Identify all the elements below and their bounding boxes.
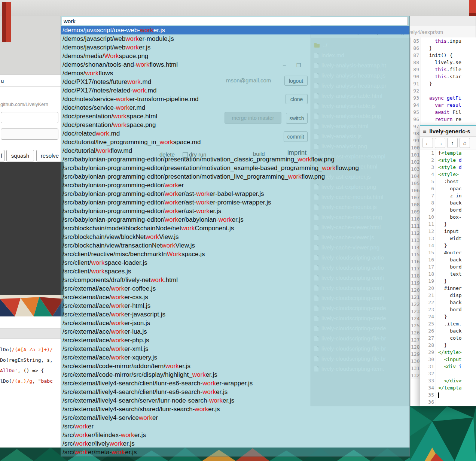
search-result-row[interactable]: /doc/relatedwork.md [61, 129, 409, 138]
line-number: 128 [411, 343, 421, 351]
search-result-row[interactable]: /src/external/ace/worker-lua.js [61, 327, 409, 336]
search-result-row[interactable]: /src/blockchain/view/blockNetworkView.js [61, 233, 409, 241]
search-result-row[interactable]: /src/worker/livelyworker.js [61, 439, 409, 448]
search-result-row[interactable]: /src/external/ace/worker-css.js [61, 293, 409, 301]
resolve-button[interactable]: resolve [36, 150, 63, 161]
search-result-row[interactable]: /src/worker [61, 422, 409, 431]
search-result-row[interactable]: /src/external/lively4-search/client/lunr… [61, 388, 409, 396]
search-result-row[interactable]: /src/external/ace/worker-html.js [61, 301, 409, 310]
search-result-row[interactable]: /src/babylonian-programming-editor/worke… [61, 189, 409, 198]
line-number: 103 [411, 166, 421, 173]
match-highlight: work [140, 27, 153, 34]
line-number: 29 [420, 349, 436, 356]
line-number: 34 [420, 384, 436, 391]
search-result-row[interactable]: /demos/workflows [61, 69, 409, 78]
squash-button[interactable]: squash [6, 150, 34, 161]
search-result-row[interactable]: /doc/notes/service-worker-transform-pipe… [61, 95, 409, 103]
search-result-row[interactable]: /src/worker/meta-worker.js [61, 448, 409, 456]
code-text: input [436, 228, 462, 235]
match-highlight: work [116, 95, 129, 103]
search-result-row[interactable]: /src/babylonian-programming-editor/prese… [61, 172, 409, 181]
code-text: </div> [436, 377, 462, 384]
search-result-row[interactable]: /demos/shonan/tools-and-workflows.html [61, 60, 409, 69]
line-number: 93 [411, 94, 421, 101]
left-input-1[interactable] [1, 112, 58, 123]
line-number: 105 [411, 180, 421, 187]
search-result-row[interactable]: /src/external/ace/worker-xml.js [61, 345, 409, 353]
code-line: 34</templa [420, 384, 476, 391]
search-result-row[interactable]: /src/external/ace/worker-php.js [61, 336, 409, 345]
search-result-row[interactable]: /src/client/workspace-loader.js [61, 258, 409, 267]
triangle-pattern-corner [410, 406, 476, 461]
search-result-row[interactable]: /src/blockchain/model/blockchainNode/net… [61, 224, 409, 233]
search-result-row[interactable]: /src/components/draft/lively-network.htm… [61, 276, 409, 284]
line-number: 112 [411, 230, 421, 237]
editor-code-area[interactable]: 1f<templa2<style d3<style d4<style>5 :ho… [420, 149, 476, 406]
line-number: 131 [411, 365, 421, 372]
menu-icon[interactable]: ≡ [423, 128, 426, 135]
search-result-row[interactable]: /src/babylonian-programming-editor/worke… [61, 198, 409, 207]
search-result-row[interactable]: /src/babylonian-programming-editor/worke… [61, 215, 409, 224]
search-result-row[interactable]: /doc/PX17/notes/related-work.md [61, 86, 409, 95]
search-result-row[interactable]: /demos/javascript/webworker-module.js [61, 34, 409, 43]
match-highlight: work [195, 406, 208, 413]
search-result-row[interactable]: /src/worker/fileindex-worker.js [61, 431, 409, 439]
search-result-row[interactable]: /src/external/lively4-serviceworker [61, 413, 409, 422]
code-text: } [436, 221, 447, 228]
search-result-row[interactable]: /src/external/ace/worker-coffee.js [61, 284, 409, 293]
match-highlight: work [181, 225, 195, 232]
search-result-row[interactable]: /src/babylonian-programming-editor/prese… [61, 164, 409, 172]
search-result-row[interactable]: /doc/presentation/workspace.png [61, 121, 409, 129]
search-result-row[interactable]: /src/external/ace/worker-json.js [61, 319, 409, 327]
line-number: 33 [420, 377, 436, 384]
match-highlight: work [111, 302, 124, 309]
search-result-row[interactable]: /src/babylonian-programming-editor/worke… [61, 181, 409, 189]
clipped-button[interactable]: f [0, 150, 4, 161]
search-result-row[interactable]: /src/babylonian-programming-editor/worke… [61, 207, 409, 215]
back-icon[interactable]: ← [422, 138, 433, 148]
search-result-row[interactable]: /src/external/lively4-search/server/lunr… [61, 396, 409, 405]
forward-icon[interactable]: → [435, 138, 445, 148]
search-result-row[interactable]: /src/external/lively4-search/client/lunr… [61, 379, 409, 388]
search-result-row[interactable]: /demos/media/Workspace.png [61, 52, 409, 60]
code-line: 20 #inner [420, 285, 476, 292]
line-number: 92 [411, 87, 421, 94]
code-text: } [436, 242, 447, 249]
search-result-row[interactable]: /doc/PX17/notes/futurework.md [61, 78, 409, 86]
search-result-row[interactable]: /doc/notes/service-worker.md [61, 103, 409, 112]
search-result-row[interactable]: /src/external/ace/worker-javascript.js [61, 310, 409, 319]
search-result-row[interactable]: /demos/javascript/webworker.js [61, 43, 409, 52]
match-highlight: work [111, 354, 124, 361]
line-number: 5 [420, 178, 436, 185]
search-results-list[interactable]: /demos/javascript/use-web-worker.js/demo… [61, 26, 409, 456]
search-result-row[interactable]: /src/babylonian-programming-editor/prese… [61, 155, 409, 164]
code-fragment: Do(regExString, s, [0, 355, 61, 366]
editor-titlebar[interactable]: ≡ lively-generic-s [420, 126, 476, 137]
search-result-row[interactable]: /src/external/ace/worker-xquery.js [61, 353, 409, 362]
search-result-row[interactable]: /src/client/reactive/misc/benchmarkInWor… [61, 250, 409, 258]
search-result-row[interactable]: /src/external/code-mirror/src/display/hi… [61, 370, 409, 379]
code-text: var resul [421, 101, 461, 109]
search-result-row[interactable]: /src/external/code-mirror/addon/tern/wor… [61, 362, 409, 370]
code-text: lively.se [421, 59, 461, 66]
match-highlight: work [111, 285, 124, 292]
search-result-row[interactable]: /src/external/lively4-search/shared/lunr… [61, 405, 409, 413]
search-input[interactable] [62, 17, 408, 25]
code-line: 91 } [411, 80, 476, 87]
match-highlight: work [196, 207, 210, 215]
code-line: 25 .item. [420, 320, 476, 327]
match-highlight: work [74, 431, 88, 439]
search-result-row[interactable]: /src/client/workspaces.js [61, 267, 409, 276]
code-line: 89 this.file [411, 66, 476, 73]
search-result-row[interactable]: /demos/javascript/use-web-worker.js [61, 26, 409, 34]
left-input-2[interactable] [1, 128, 58, 140]
search-result-row[interactable]: /doc/tutorial/workflow.md [61, 146, 409, 155]
code-line: 2<style d [420, 157, 476, 164]
code-line: 27 colo [420, 334, 476, 342]
home-icon[interactable]: ⌂ [460, 138, 470, 148]
up-icon[interactable]: ↑ [447, 138, 458, 148]
search-result-row[interactable]: /src/blockchain/view/transactionNetworkV… [61, 241, 409, 250]
search-result-row[interactable]: /doc/presentation/workspace.html [61, 112, 409, 121]
search-result-row[interactable]: /doc/tutorial/live_programming_in_worksp… [61, 138, 409, 146]
line-number: 121 [411, 294, 421, 301]
